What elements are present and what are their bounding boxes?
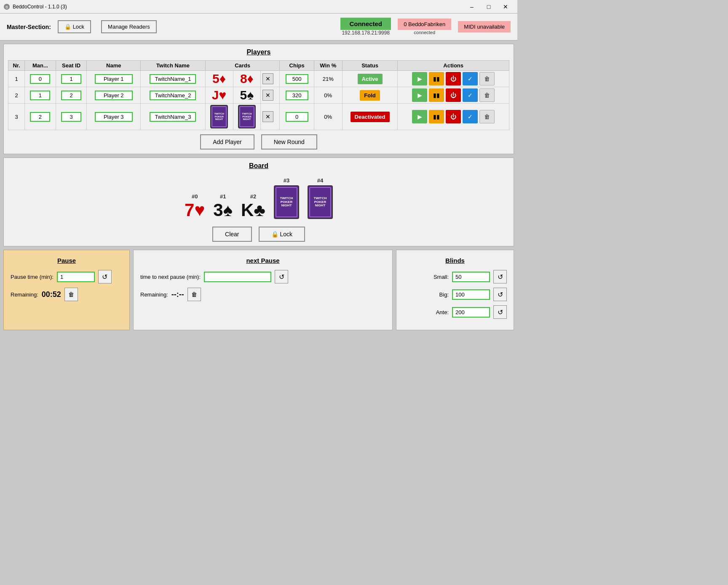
connection-status-group: Connected 192.168.178.21:9998: [340, 18, 391, 36]
player-twitch-input[interactable]: [150, 112, 196, 122]
clear-button[interactable]: Clear: [212, 227, 252, 242]
close-button[interactable]: ✕: [497, 0, 514, 13]
pause-panel: Pause Pause time (min): ↺ Remaining: 00:…: [3, 250, 130, 330]
player-man-input[interactable]: [30, 74, 50, 84]
master-section: Master-Section: 🔒 Lock Manage Readers Co…: [0, 13, 517, 40]
delete-player-button[interactable]: 🗑: [479, 72, 495, 85]
player-name: [87, 104, 141, 130]
player-twitch: [141, 104, 206, 130]
big-blind-row: Big: ↺: [403, 288, 507, 301]
pause-button[interactable]: ▮▮: [429, 110, 444, 123]
board-lock-button[interactable]: 🔒 Lock: [259, 227, 305, 242]
player-name-input[interactable]: [95, 112, 133, 122]
ante-input[interactable]: [452, 307, 490, 318]
check-button[interactable]: ✓: [463, 110, 478, 123]
next-pause-title: next Pause: [140, 257, 385, 264]
pause-time-apply-button[interactable]: ↺: [98, 270, 112, 283]
status-badge: Fold: [360, 90, 380, 101]
card-value: 5♦: [212, 72, 226, 85]
ante-apply-button[interactable]: ↺: [493, 305, 507, 319]
connected-sub-label: connected: [414, 30, 435, 35]
board-card-slot: #2K♣: [241, 193, 265, 219]
player-chips-input[interactable]: [286, 74, 308, 84]
pause-time-input[interactable]: [57, 272, 95, 282]
maximize-button[interactable]: □: [480, 0, 497, 13]
board-card-slot-num: #3: [284, 177, 289, 184]
player-card1: TWITCHPOKERNIGHT: [205, 104, 233, 130]
connected-button[interactable]: Connected: [340, 18, 391, 30]
player-seat: [56, 87, 87, 104]
player-seat-input[interactable]: [61, 74, 81, 84]
delete-player-button[interactable]: 🗑: [479, 110, 495, 123]
player-man-input[interactable]: [30, 91, 50, 100]
power-button[interactable]: ⏻: [446, 72, 461, 85]
pause-delete-button[interactable]: 🗑: [64, 288, 78, 301]
power-button[interactable]: ⏻: [446, 110, 461, 123]
player-twitch-input[interactable]: [150, 74, 196, 84]
col-twitch: Twitch Name: [141, 61, 206, 71]
players-panel: Players Nr. Man... Seat ID Name Twitch N…: [3, 44, 514, 154]
col-status: Status: [342, 61, 398, 71]
player-seat-input[interactable]: [61, 112, 81, 122]
board-card-slot-num: #1: [220, 193, 226, 200]
next-pause-time-label: time to next pause (min):: [140, 274, 201, 280]
player-man: [25, 87, 56, 104]
player-name-input[interactable]: [95, 91, 133, 100]
player-status: Deactivated: [342, 104, 398, 130]
beddofabriken-button[interactable]: 0 BeddoFabriken: [398, 19, 451, 30]
player-actions: ▶ ▮▮ ⏻ ✓ 🗑: [398, 104, 509, 130]
table-row: 2J♥5♠✕0%Fold ▶ ▮▮ ⏻ ✓ 🗑: [8, 87, 509, 104]
player-card2: 8♦: [233, 71, 261, 87]
next-pause-panel: next Pause time to next pause (min): ↺ R…: [133, 250, 393, 330]
power-button[interactable]: ⏻: [446, 88, 461, 102]
player-twitch-input[interactable]: [150, 91, 196, 100]
clear-card-button[interactable]: ✕: [262, 111, 273, 122]
small-blind-label: Small:: [428, 274, 449, 280]
pause-remaining-label: Remaining:: [11, 291, 38, 298]
player-chips: [280, 71, 314, 87]
player-seat: [56, 104, 87, 130]
blinds-panel: Blinds Small: ↺ Big: ↺ Ante: ↺: [396, 250, 514, 330]
midi-button[interactable]: MIDI unavailable: [458, 21, 511, 32]
player-chips-input[interactable]: [286, 112, 308, 122]
check-button[interactable]: ✓: [463, 72, 478, 85]
player-man-input[interactable]: [30, 112, 50, 122]
manage-readers-button[interactable]: Manage Readers: [101, 20, 157, 33]
player-twitch: [141, 87, 206, 104]
small-blind-apply-button[interactable]: ↺: [493, 270, 507, 283]
player-chips-input[interactable]: [286, 91, 308, 100]
clear-card-button[interactable]: ✕: [262, 73, 273, 84]
lock-button[interactable]: 🔒 Lock: [58, 20, 91, 33]
big-blind-apply-button[interactable]: ↺: [493, 288, 507, 301]
next-pause-apply-button[interactable]: ↺: [275, 270, 288, 283]
next-pause-delete-button[interactable]: 🗑: [187, 288, 201, 301]
col-seatid: Seat ID: [56, 61, 87, 71]
status-badge: Deactivated: [351, 112, 390, 122]
player-name-input[interactable]: [95, 74, 133, 84]
delete-player-button[interactable]: 🗑: [479, 88, 495, 102]
col-actions: Actions: [398, 61, 509, 71]
board-card-slot: #13♠: [213, 193, 233, 219]
small-blind-input[interactable]: [452, 272, 490, 282]
play-button[interactable]: ▶: [412, 88, 427, 102]
pause-button[interactable]: ▮▮: [429, 88, 444, 102]
play-button[interactable]: ▶: [412, 110, 427, 123]
player-status: Active: [342, 71, 398, 87]
board-card-slot-num: #2: [250, 193, 256, 200]
board-actions-row: Clear 🔒 Lock: [8, 227, 509, 242]
next-pause-time-input[interactable]: [204, 272, 271, 282]
big-blind-input[interactable]: [452, 289, 490, 300]
pause-button[interactable]: ▮▮: [429, 72, 444, 85]
player-seat-input[interactable]: [61, 91, 81, 100]
new-round-button[interactable]: New Round: [261, 134, 317, 150]
players-table: Nr. Man... Seat ID Name Twitch Name Card…: [8, 60, 509, 130]
pause-time-row: Pause time (min): ↺: [11, 270, 123, 283]
add-player-button[interactable]: Add Player: [200, 134, 254, 150]
check-button[interactable]: ✓: [463, 88, 478, 102]
play-button[interactable]: ▶: [412, 72, 427, 85]
window-controls: – □ ✕: [463, 0, 514, 13]
players-title: Players: [8, 48, 509, 56]
clear-card-button[interactable]: ✕: [262, 90, 273, 101]
minimize-button[interactable]: –: [463, 0, 480, 13]
next-pause-remaining-label: Remaining:: [140, 291, 168, 298]
